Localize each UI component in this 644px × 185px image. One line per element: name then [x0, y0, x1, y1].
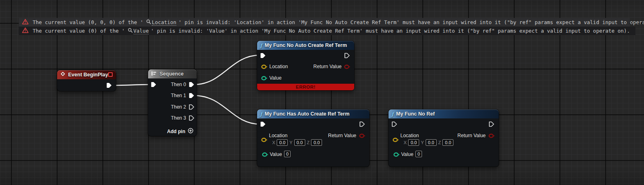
- exec-in-pin[interactable]: [260, 53, 266, 58]
- node-title: My Func No Auto Create Ref Term: [265, 42, 347, 48]
- exec-in-pin[interactable]: [151, 82, 156, 87]
- wire-beginplay-to-sequence: [111, 85, 151, 85]
- then-0-pin[interactable]: [189, 82, 194, 87]
- exec-in-pin[interactable]: [392, 121, 397, 127]
- then-3-pin[interactable]: [189, 115, 194, 121]
- function-icon: ƒ: [391, 111, 394, 117]
- exec-in-pin[interactable]: [260, 121, 266, 127]
- axis-x-input[interactable]: 0.0: [277, 139, 288, 146]
- add-pin-icon: [188, 128, 193, 135]
- node-title: My Func No Ref: [396, 111, 435, 117]
- axis-x-label: X: [404, 140, 406, 145]
- value-pin-label: Value: [401, 152, 413, 157]
- function-icon: ƒ: [260, 42, 262, 49]
- axis-y-input[interactable]: 0.0: [426, 139, 437, 146]
- value-input[interactable]: 0: [284, 151, 291, 157]
- axis-z-input[interactable]: 0.0: [442, 139, 453, 146]
- exec-out-pin[interactable]: [344, 53, 350, 58]
- axis-x-input[interactable]: 0.0: [408, 139, 419, 146]
- value-pin-label: Value: [270, 152, 282, 157]
- error-banner: ERROR!: [257, 84, 354, 90]
- wire-then0-to-func-no-auto: [194, 55, 260, 85]
- then-3-label: Then 3: [171, 115, 186, 121]
- node-title: My Func Has Auto Create Ref Term: [265, 111, 350, 117]
- location-vector-inputs: X 0.0 Y 0.0 Z 0.0: [272, 139, 322, 146]
- warning-icon: [22, 27, 29, 34]
- sequence-icon: [151, 70, 157, 78]
- node-my-func-no-auto-create-ref-term[interactable]: ƒ My Func No Auto Create Ref Term Locati…: [257, 41, 354, 90]
- then-1-label: Then 1: [171, 93, 186, 98]
- axis-z-label: Z: [307, 140, 310, 145]
- compiler-message-log: The current value (0, 0, 0) of the ' Loc…: [19, 18, 630, 35]
- return-value-label: Return Value: [328, 133, 356, 138]
- event-icon: [60, 71, 66, 78]
- message-text: The current value (0) of the ': [33, 28, 125, 34]
- value-pin-label: Value: [269, 75, 282, 81]
- axis-z-input[interactable]: 0.0: [311, 139, 322, 146]
- add-pin-label: Add pin: [167, 129, 185, 134]
- return-value-pin[interactable]: [359, 134, 366, 138]
- search-icon: [146, 19, 151, 26]
- node-header[interactable]: ƒ My Func Has Auto Create Ref Term: [257, 109, 369, 118]
- message-text: ' pin is invalid: 'Value' in action 'My …: [151, 28, 630, 34]
- log-row-value-warning[interactable]: The current value (0) of the ' Value ' p…: [19, 27, 635, 35]
- then-2-label: Then 2: [171, 104, 186, 110]
- node-title: Event BeginPlay: [68, 72, 108, 78]
- search-icon: [128, 28, 133, 34]
- function-icon: ƒ: [260, 111, 262, 117]
- return-value-pin[interactable]: [344, 65, 351, 69]
- location-vector-inputs: X 0.0 Y 0.0 Z 0.0: [404, 139, 453, 146]
- add-pin-button[interactable]: Add pin: [167, 128, 193, 135]
- node-title: Sequence: [160, 71, 184, 77]
- location-pin-label: Location: [400, 133, 419, 138]
- axis-y-input[interactable]: 0.0: [294, 139, 305, 146]
- pin-hyperlink[interactable]: Value: [133, 28, 149, 34]
- location-pin[interactable]: [393, 138, 399, 142]
- value-input[interactable]: 0: [415, 151, 422, 157]
- message-text: The current value (0, 0, 0) of the ': [33, 19, 143, 25]
- location-pin[interactable]: [261, 65, 268, 69]
- warning-icon: [22, 19, 29, 26]
- node-header[interactable]: Event BeginPlay: [57, 70, 116, 79]
- then-0-label: Then 0: [171, 82, 186, 87]
- event-node-badge: [108, 72, 113, 77]
- message-text: ' pin is invalid: 'Location' in action '…: [178, 19, 644, 25]
- blueprint-graph-canvas[interactable]: The current value (0, 0, 0) of the ' Loc…: [0, 0, 644, 185]
- exec-out-pin[interactable]: [489, 121, 494, 127]
- axis-x-label: X: [272, 140, 275, 145]
- value-pin[interactable]: [393, 152, 400, 157]
- exec-out-pin[interactable]: [360, 121, 365, 127]
- location-pin-label: Location: [269, 133, 287, 138]
- return-value-label: Return Value: [457, 133, 486, 138]
- return-value-label: Return Value: [313, 64, 342, 69]
- value-pin[interactable]: [262, 152, 269, 157]
- log-row-location-warning[interactable]: The current value (0, 0, 0) of the ' Loc…: [19, 18, 630, 27]
- then-2-pin[interactable]: [189, 104, 194, 110]
- value-pin[interactable]: [261, 76, 268, 80]
- return-value-pin[interactable]: [489, 134, 495, 138]
- node-my-func-no-ref[interactable]: ƒ My Func No Ref Location X 0.0 Y 0.0 Z …: [389, 109, 499, 167]
- node-sequence[interactable]: Sequence Then 0 Then 1 Then 2 Then 3 Add…: [148, 69, 197, 136]
- node-header[interactable]: ƒ My Func No Ref: [389, 109, 499, 118]
- wire-then1-to-func-has-auto: [194, 96, 260, 124]
- node-my-func-has-auto-create-ref-term[interactable]: ƒ My Func Has Auto Create Ref Term Locat…: [257, 109, 369, 167]
- axis-y-label: Y: [289, 140, 292, 145]
- exec-out-pin[interactable]: [107, 82, 112, 88]
- node-header[interactable]: Sequence: [148, 69, 197, 78]
- location-pin-label: Location: [269, 64, 288, 69]
- node-header[interactable]: ƒ My Func No Auto Create Ref Term: [257, 41, 354, 50]
- axis-z-label: Z: [438, 140, 441, 145]
- location-pin[interactable]: [261, 138, 268, 142]
- node-event-beginplay[interactable]: Event BeginPlay: [57, 70, 116, 91]
- axis-y-label: Y: [421, 140, 424, 145]
- then-1-pin[interactable]: [189, 93, 194, 98]
- pin-hyperlink[interactable]: Location: [152, 19, 176, 26]
